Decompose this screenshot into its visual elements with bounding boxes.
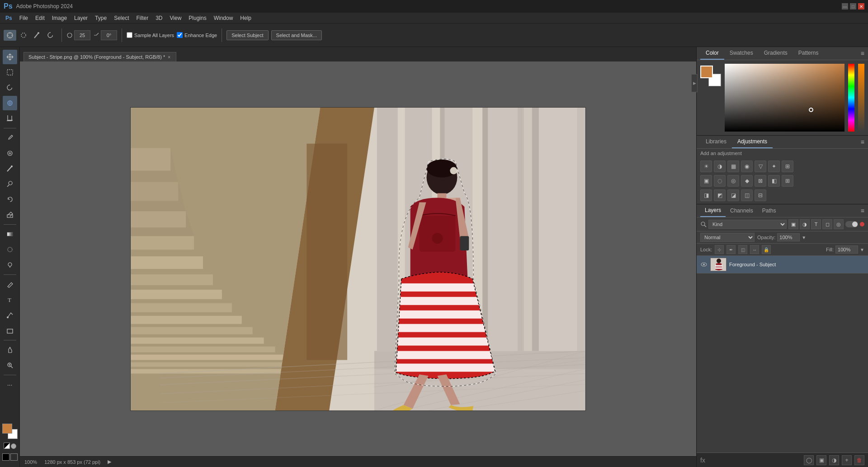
- new-adjustment-button[interactable]: ◑: [829, 455, 839, 465]
- opacity-dropdown[interactable]: ▼: [802, 235, 806, 240]
- lock-image-icon[interactable]: ◫: [738, 245, 747, 254]
- table-row[interactable]: Foreground - Subject: [697, 256, 868, 274]
- menu-help[interactable]: Help: [236, 14, 255, 22]
- color-gradient-picker[interactable]: [725, 64, 844, 132]
- move-tool[interactable]: [3, 50, 17, 64]
- menu-filter[interactable]: Filter: [132, 14, 152, 22]
- fg-bg-swatches[interactable]: [2, 424, 18, 439]
- lock-position-icon[interactable]: ⊹: [715, 245, 724, 254]
- sample-all-layers-checkbox[interactable]: [127, 32, 132, 38]
- fill-input[interactable]: 100%: [835, 245, 858, 254]
- brush-tool[interactable]: [31, 30, 43, 41]
- adjustment-filter-icon[interactable]: ◑: [800, 219, 810, 229]
- shape-filter-icon[interactable]: ◻: [822, 219, 832, 229]
- channel-mixer-btn[interactable]: ◎: [727, 175, 739, 187]
- status-arrow[interactable]: ▶: [108, 459, 111, 465]
- menu-image[interactable]: Image: [48, 14, 71, 22]
- blur-tool[interactable]: [3, 242, 17, 257]
- default-colors-icon[interactable]: [4, 443, 10, 449]
- gradients-tab[interactable]: Gradients: [759, 47, 793, 60]
- menu-select[interactable]: Select: [110, 14, 132, 22]
- switch-colors-icon[interactable]: [11, 443, 16, 449]
- history-brush-tool[interactable]: [3, 192, 17, 207]
- canvas-viewport[interactable]: [20, 61, 696, 456]
- paths-tab[interactable]: Paths: [758, 205, 781, 217]
- threshold-btn[interactable]: ⊞: [782, 175, 793, 187]
- smart-filter-icon[interactable]: ◎: [834, 219, 844, 229]
- eyedropper-tool[interactable]: [3, 131, 17, 145]
- hue-strip[interactable]: [848, 64, 854, 132]
- levels-btn[interactable]: ◑: [714, 160, 726, 172]
- lock-all-icon[interactable]: 🔒: [762, 245, 771, 254]
- brush-size-input[interactable]: 25: [74, 30, 90, 40]
- gradient-map-btn[interactable]: ◨: [700, 189, 712, 201]
- lock-pixels-icon[interactable]: ✒: [726, 245, 736, 254]
- color-panel-options[interactable]: ≡: [861, 50, 864, 57]
- zoom-tool[interactable]: [3, 358, 17, 373]
- menu-view[interactable]: View: [166, 14, 185, 22]
- pattern-fill-btn[interactable]: ⊟: [755, 189, 766, 201]
- color-tab[interactable]: Color: [700, 47, 724, 60]
- photo-filter-btn[interactable]: ◌: [714, 175, 726, 187]
- minimize-button[interactable]: —: [842, 3, 848, 9]
- solid-color-btn[interactable]: ◪: [727, 189, 739, 201]
- gradient-fill-btn[interactable]: ◫: [741, 189, 753, 201]
- swatches-tab[interactable]: Swatches: [724, 47, 759, 60]
- dodge-tool[interactable]: [3, 258, 17, 272]
- rectangular-marquee-tool[interactable]: [3, 65, 17, 80]
- add-mask-button[interactable]: ◯: [804, 455, 814, 465]
- fg-color-box[interactable]: [700, 66, 713, 78]
- gradient-tool[interactable]: [3, 227, 17, 241]
- menu-plugins[interactable]: Plugins: [185, 14, 210, 22]
- hue-saturation-btn[interactable]: ✦: [768, 160, 780, 172]
- invert-btn[interactable]: ⊠: [755, 175, 766, 187]
- brush-tool-left[interactable]: [3, 161, 17, 176]
- foreground-color-swatch[interactable]: [2, 424, 12, 434]
- adj-panel-options[interactable]: ≡: [861, 138, 864, 146]
- hand-tool[interactable]: [3, 343, 17, 357]
- canvas-tab-close[interactable]: ×: [168, 55, 170, 60]
- menu-file[interactable]: File: [16, 14, 32, 22]
- brightness-contrast-btn[interactable]: ☀: [700, 160, 712, 172]
- sample-all-layers-label[interactable]: Sample All Layers: [127, 32, 174, 38]
- pen-tool[interactable]: [3, 277, 17, 292]
- type-tool[interactable]: T: [3, 292, 17, 307]
- close-button[interactable]: ✕: [858, 3, 864, 9]
- healing-brush-tool[interactable]: [3, 146, 17, 160]
- fill-dropdown[interactable]: ▼: [860, 247, 864, 252]
- new-group-button[interactable]: ▣: [816, 455, 826, 465]
- black-white-btn[interactable]: ▣: [700, 175, 712, 187]
- curves-btn[interactable]: ▦: [727, 160, 739, 172]
- vibrance-btn[interactable]: ▽: [755, 160, 766, 172]
- clone-stamp-tool[interactable]: [3, 177, 17, 191]
- delete-layer-button[interactable]: 🗑: [854, 455, 864, 465]
- patterns-tab[interactable]: Patterns: [793, 47, 824, 60]
- enhance-edge-label[interactable]: Enhance Edge: [177, 32, 217, 38]
- color-balance-btn[interactable]: ⊞: [782, 160, 793, 172]
- lasso-tool[interactable]: [44, 30, 57, 41]
- menu-type[interactable]: Type: [91, 14, 110, 22]
- adjustments-tab[interactable]: Adjustments: [732, 136, 773, 148]
- layers-tab[interactable]: Layers: [700, 204, 726, 217]
- lasso-tool-left[interactable]: [3, 80, 17, 95]
- eraser-tool[interactable]: [3, 208, 17, 222]
- angle-input[interactable]: 0°: [101, 30, 117, 40]
- type-filter-icon[interactable]: T: [811, 219, 821, 229]
- path-selection-tool[interactable]: [3, 308, 17, 322]
- select-subject-button[interactable]: Select Subject: [226, 30, 268, 40]
- filter-toggle[interactable]: [845, 221, 858, 227]
- canvas-tab[interactable]: Subject - Stripe.png @ 100% (Foreground …: [24, 52, 176, 61]
- channels-tab[interactable]: Channels: [726, 205, 758, 217]
- menu-layer[interactable]: Layer: [71, 14, 91, 22]
- quick-select-left[interactable]: [3, 96, 17, 110]
- enhance-edge-checkbox[interactable]: [177, 32, 183, 38]
- menu-ps[interactable]: Ps: [2, 14, 16, 22]
- shape-tool[interactable]: [3, 323, 17, 338]
- pixel-filter-icon[interactable]: ▣: [788, 219, 798, 229]
- crop-tool[interactable]: [3, 111, 17, 126]
- libraries-tab[interactable]: Libraries: [700, 136, 732, 148]
- menu-3d[interactable]: 3D: [152, 14, 166, 22]
- standard-mode-icon[interactable]: [10, 453, 18, 461]
- exposure-btn[interactable]: ◉: [741, 160, 753, 172]
- more-tools[interactable]: ···: [3, 377, 17, 392]
